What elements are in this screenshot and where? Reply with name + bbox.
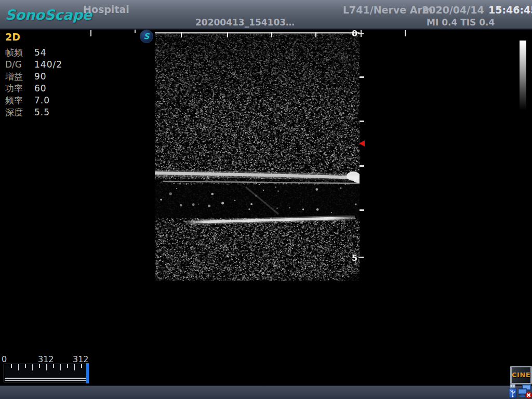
top-status-bar: SonoScape Hospital L741/Nerve Arm 2020/0… xyxy=(0,0,532,30)
param-value: 5.5 xyxy=(34,107,50,118)
param-label: 深度 xyxy=(5,107,34,118)
cine-start-frame: 0 xyxy=(2,354,7,364)
param-row-gain: 增益 90 xyxy=(5,71,62,83)
depth-ruler-bottom-label: 5 xyxy=(352,253,357,263)
probe-orientation-badge: S xyxy=(140,30,153,43)
cine-mode-button[interactable]: CINE xyxy=(510,366,532,384)
mode-label: 2D xyxy=(5,31,62,43)
param-label: 功率 xyxy=(5,83,34,95)
cine-current-frame: 312 xyxy=(38,354,54,364)
param-label: D/G xyxy=(5,59,34,71)
param-label: 帧频 xyxy=(5,47,34,59)
scrubber-tick xyxy=(46,364,47,370)
exam-id: 20200413_154103… xyxy=(195,17,295,28)
param-value: 60 xyxy=(34,83,47,95)
param-row-frequency: 频率 7.0 xyxy=(5,95,62,107)
scrubber-tick xyxy=(74,364,75,370)
param-label: 频率 xyxy=(5,95,34,107)
depth-ruler-bottom-tick xyxy=(358,257,364,258)
system-date: 2020/04/14 xyxy=(422,4,484,16)
hospital-name: Hospital xyxy=(83,4,129,15)
param-value: 140/2 xyxy=(34,59,62,71)
scrubber-tick xyxy=(67,364,68,368)
grayscale-map-bar xyxy=(520,41,526,110)
ultrasound-image xyxy=(155,32,360,281)
brand-logo: SonoScape xyxy=(5,7,92,23)
param-row-depth: 深度 5.5 xyxy=(5,107,62,118)
scrubber-tick xyxy=(18,364,19,370)
param-value: 54 xyxy=(34,47,47,59)
scrubber-baseline-1 xyxy=(5,378,87,379)
scrubber-tick xyxy=(39,364,40,368)
ultrasound-screen: SonoScape Hospital L741/Nerve Arm 2020/0… xyxy=(0,0,532,399)
depth-ruler-cm-tick xyxy=(360,121,364,122)
scrubber-tick xyxy=(25,364,26,368)
usb-storage-icon[interactable] xyxy=(508,384,518,398)
probe-preset: L741/Nerve Arm xyxy=(343,4,433,16)
roi-boundary-tick-right xyxy=(405,30,406,36)
roi-boundary-tick-left xyxy=(90,30,91,36)
param-row-power: 功率 60 xyxy=(5,83,62,95)
imaging-parameter-panel: 2D 帧频 54 D/G 140/2 增益 90 功率 60 频率 7.0 深度… xyxy=(5,31,62,118)
scrubber-tick xyxy=(32,364,33,370)
depth-ruler-top-tick-vertical xyxy=(361,30,362,37)
param-value: 90 xyxy=(34,71,47,83)
depth-ruler-top-label: 0 xyxy=(352,29,357,38)
scrubber-tick xyxy=(11,364,12,368)
cine-scrubber-track[interactable] xyxy=(4,364,88,382)
acoustic-indices: MI 0.4 TIS 0.4 xyxy=(427,17,495,28)
scrubber-tick xyxy=(81,364,82,368)
system-time: 15:46:45 xyxy=(488,4,532,16)
scrubber-tick xyxy=(60,364,61,370)
focus-position-marker[interactable] xyxy=(359,140,365,147)
depth-ruler-cm-tick xyxy=(360,165,364,167)
roi-boundary-tick-inner xyxy=(135,30,136,33)
param-value: 7.0 xyxy=(34,95,50,107)
scrubber-tick xyxy=(53,364,54,368)
cine-playhead[interactable] xyxy=(86,363,89,383)
bottom-task-bar xyxy=(0,385,532,399)
depth-ruler-cm-tick xyxy=(360,209,364,211)
scrubber-baseline-2 xyxy=(5,380,87,381)
network-offline-icon[interactable] xyxy=(518,384,532,398)
param-label: 增益 xyxy=(5,71,34,83)
depth-ruler-cm-tick xyxy=(360,76,364,78)
param-row-frame-rate: 帧频 54 xyxy=(5,47,62,59)
param-row-dynamic-range: D/G 140/2 xyxy=(5,59,62,71)
